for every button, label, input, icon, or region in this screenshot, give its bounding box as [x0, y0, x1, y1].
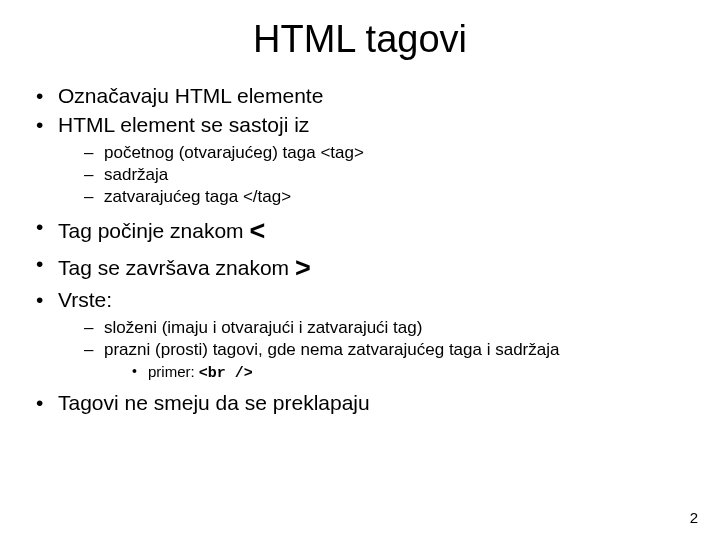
- list-item: primer: <br />: [104, 362, 690, 384]
- list-item-text: Tag se završava znakom: [58, 256, 295, 279]
- list-item: prazni (prosti) tagovi, gde nema zatvara…: [58, 339, 690, 384]
- list-item: Vrste: složeni (imaju i otvarajući i zat…: [30, 287, 690, 384]
- list-item: HTML element se sastoji iz početnog (otv…: [30, 112, 690, 208]
- list-item-text: Vrste:: [58, 288, 112, 311]
- list-item: Tagovi ne smeju da se preklapaju: [30, 390, 690, 417]
- bullet-list-level2: složeni (imaju i otvarajući i zatvarajuć…: [58, 317, 690, 384]
- list-item-text: Tag počinje znakom: [58, 219, 249, 242]
- list-item-text: prazni (prosti) tagovi, gde nema zatvara…: [104, 340, 559, 359]
- list-item: složeni (imaju i otvarajući i zatvarajuć…: [58, 317, 690, 339]
- bullet-list-level1: Označavaju HTML elemente HTML element se…: [30, 83, 690, 417]
- list-item-text: primer:: [148, 363, 199, 380]
- slide-title: HTML tagovi: [30, 18, 690, 61]
- list-item: Označavaju HTML elemente: [30, 83, 690, 110]
- symbol-greater-than: >: [295, 253, 311, 283]
- bullet-list-level3: primer: <br />: [104, 362, 690, 384]
- list-item: Tag počinje znakom <: [30, 214, 690, 249]
- list-item: početnog (otvarajućeg) taga <tag>: [58, 142, 690, 164]
- list-item-text: HTML element se sastoji iz: [58, 113, 309, 136]
- list-item: zatvarajućeg taga </tag>: [58, 186, 690, 208]
- bullet-list-level2: početnog (otvarajućeg) taga <tag> sadrža…: [58, 142, 690, 208]
- list-item: sadržaja: [58, 164, 690, 186]
- list-item: Tag se završava znakom >: [30, 251, 690, 286]
- page-number: 2: [690, 509, 698, 526]
- code-sample: <br />: [199, 365, 253, 382]
- symbol-less-than: <: [249, 216, 265, 246]
